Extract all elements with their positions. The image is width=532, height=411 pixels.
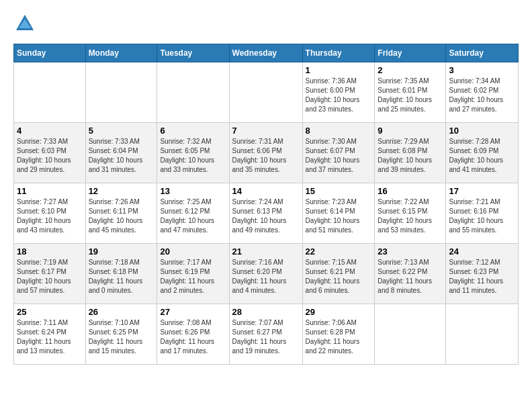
day-info: Sunrise: 7:25 AM Sunset: 6:12 PM Dayligh… [160,197,226,235]
calendar-cell: 3Sunrise: 7:34 AM Sunset: 6:02 PM Daylig… [446,62,519,123]
calendar-cell [229,62,302,123]
day-info: Sunrise: 7:28 AM Sunset: 6:09 PM Dayligh… [449,137,515,175]
day-number: 12 [89,186,154,196]
day-info: Sunrise: 7:18 AM Sunset: 6:18 PM Dayligh… [89,258,154,295]
calendar-cell [446,304,519,365]
day-info: Sunrise: 7:34 AM Sunset: 6:02 PM Dayligh… [449,77,515,114]
day-info: Sunrise: 7:08 AM Sunset: 6:26 PM Dayligh… [160,318,226,356]
day-info: Sunrise: 7:26 AM Sunset: 6:11 PM Dayligh… [89,197,154,235]
day-info: Sunrise: 7:27 AM Sunset: 6:10 PM Dayligh… [17,197,83,235]
calendar-week-row: 18Sunrise: 7:19 AM Sunset: 6:17 PM Dayli… [14,244,519,304]
calendar-week-row: 11Sunrise: 7:27 AM Sunset: 6:10 PM Dayli… [14,183,519,244]
day-info: Sunrise: 7:36 AM Sunset: 6:00 PM Dayligh… [306,77,372,114]
day-info: Sunrise: 7:30 AM Sunset: 6:07 PM Dayligh… [306,137,372,175]
calendar-cell: 29Sunrise: 7:06 AM Sunset: 6:28 PM Dayli… [302,304,375,365]
calendar-cell: 23Sunrise: 7:13 AM Sunset: 6:22 PM Dayli… [375,244,446,304]
logo [13,13,35,37]
calendar-cell: 4Sunrise: 7:33 AM Sunset: 6:03 PM Daylig… [14,123,86,183]
day-number: 13 [160,186,226,196]
day-number: 16 [378,186,443,196]
day-info: Sunrise: 7:19 AM Sunset: 6:17 PM Dayligh… [17,258,83,295]
day-number: 2 [378,65,443,75]
day-number: 17 [449,186,515,196]
day-number: 4 [17,126,83,136]
day-number: 19 [89,246,154,257]
day-info: Sunrise: 7:15 AM Sunset: 6:21 PM Dayligh… [306,258,372,295]
day-number: 20 [160,246,226,257]
calendar-cell: 5Sunrise: 7:33 AM Sunset: 6:04 PM Daylig… [85,123,157,183]
calendar-cell: 26Sunrise: 7:10 AM Sunset: 6:25 PM Dayli… [85,304,157,365]
day-number: 9 [378,126,443,136]
calendar-cell: 17Sunrise: 7:21 AM Sunset: 6:16 PM Dayli… [446,183,519,244]
day-of-week-header: Saturday [446,44,519,62]
calendar-cell: 24Sunrise: 7:12 AM Sunset: 6:23 PM Dayli… [446,244,519,304]
calendar-cell: 14Sunrise: 7:24 AM Sunset: 6:13 PM Dayli… [229,183,302,244]
day-info: Sunrise: 7:32 AM Sunset: 6:05 PM Dayligh… [160,137,226,175]
day-info: Sunrise: 7:13 AM Sunset: 6:22 PM Dayligh… [378,258,443,295]
day-info: Sunrise: 7:33 AM Sunset: 6:04 PM Dayligh… [89,137,154,175]
calendar-cell: 15Sunrise: 7:23 AM Sunset: 6:14 PM Dayli… [302,183,375,244]
day-info: Sunrise: 7:10 AM Sunset: 6:25 PM Dayligh… [89,318,154,356]
day-info: Sunrise: 7:11 AM Sunset: 6:24 PM Dayligh… [17,318,83,356]
day-info: Sunrise: 7:07 AM Sunset: 6:27 PM Dayligh… [232,318,300,356]
day-number: 27 [160,307,226,317]
calendar-cell: 13Sunrise: 7:25 AM Sunset: 6:12 PM Dayli… [157,183,229,244]
day-of-week-header: Thursday [302,44,375,62]
calendar-cell: 2Sunrise: 7:35 AM Sunset: 6:01 PM Daylig… [375,62,446,123]
day-number: 22 [306,246,372,257]
calendar-cell: 6Sunrise: 7:32 AM Sunset: 6:05 PM Daylig… [157,123,229,183]
calendar-cell: 10Sunrise: 7:28 AM Sunset: 6:09 PM Dayli… [446,123,519,183]
page-header [13,13,519,37]
day-number: 23 [378,246,443,257]
day-info: Sunrise: 7:31 AM Sunset: 6:06 PM Dayligh… [232,137,300,175]
day-number: 25 [17,307,83,317]
day-info: Sunrise: 7:29 AM Sunset: 6:08 PM Dayligh… [378,137,443,175]
day-number: 24 [449,246,515,257]
calendar-header-row: SundayMondayTuesdayWednesdayThursdayFrid… [14,44,519,62]
day-info: Sunrise: 7:16 AM Sunset: 6:20 PM Dayligh… [232,258,300,295]
calendar-cell: 9Sunrise: 7:29 AM Sunset: 6:08 PM Daylig… [375,123,446,183]
day-number: 18 [17,246,83,257]
day-of-week-header: Monday [85,44,157,62]
day-of-week-header: Wednesday [229,44,302,62]
day-number: 6 [160,126,226,136]
day-info: Sunrise: 7:33 AM Sunset: 6:03 PM Dayligh… [17,137,83,175]
calendar-week-row: 1Sunrise: 7:36 AM Sunset: 6:00 PM Daylig… [14,62,519,123]
calendar-table: SundayMondayTuesdayWednesdayThursdayFrid… [13,44,519,365]
calendar-cell [375,304,446,365]
logo-icon [15,13,35,34]
day-number: 5 [89,126,154,136]
day-number: 1 [306,65,372,75]
calendar-cell: 8Sunrise: 7:30 AM Sunset: 6:07 PM Daylig… [302,123,375,183]
calendar-cell [14,62,86,123]
day-info: Sunrise: 7:12 AM Sunset: 6:23 PM Dayligh… [449,258,515,295]
day-number: 29 [306,307,372,317]
calendar-cell: 19Sunrise: 7:18 AM Sunset: 6:18 PM Dayli… [85,244,157,304]
day-info: Sunrise: 7:23 AM Sunset: 6:14 PM Dayligh… [306,197,372,235]
calendar-week-row: 25Sunrise: 7:11 AM Sunset: 6:24 PM Dayli… [14,304,519,365]
calendar-cell: 11Sunrise: 7:27 AM Sunset: 6:10 PM Dayli… [14,183,86,244]
day-of-week-header: Sunday [14,44,86,62]
day-number: 8 [306,126,372,136]
day-info: Sunrise: 7:24 AM Sunset: 6:13 PM Dayligh… [232,197,300,235]
day-number: 11 [17,186,83,196]
day-number: 15 [306,186,372,196]
calendar-cell: 12Sunrise: 7:26 AM Sunset: 6:11 PM Dayli… [85,183,157,244]
day-of-week-header: Tuesday [157,44,229,62]
calendar-cell: 18Sunrise: 7:19 AM Sunset: 6:17 PM Dayli… [14,244,86,304]
calendar-cell: 21Sunrise: 7:16 AM Sunset: 6:20 PM Dayli… [229,244,302,304]
day-number: 14 [232,186,300,196]
calendar-cell: 7Sunrise: 7:31 AM Sunset: 6:06 PM Daylig… [229,123,302,183]
calendar-cell: 20Sunrise: 7:17 AM Sunset: 6:19 PM Dayli… [157,244,229,304]
calendar-cell: 1Sunrise: 7:36 AM Sunset: 6:00 PM Daylig… [302,62,375,123]
day-info: Sunrise: 7:06 AM Sunset: 6:28 PM Dayligh… [306,318,372,356]
day-number: 7 [232,126,300,136]
calendar-cell: 27Sunrise: 7:08 AM Sunset: 6:26 PM Dayli… [157,304,229,365]
calendar-cell [85,62,157,123]
day-info: Sunrise: 7:17 AM Sunset: 6:19 PM Dayligh… [160,258,226,295]
day-info: Sunrise: 7:22 AM Sunset: 6:15 PM Dayligh… [378,197,443,235]
day-info: Sunrise: 7:35 AM Sunset: 6:01 PM Dayligh… [378,77,443,114]
calendar-cell [157,62,229,123]
calendar-cell: 16Sunrise: 7:22 AM Sunset: 6:15 PM Dayli… [375,183,446,244]
day-number: 10 [449,126,515,136]
